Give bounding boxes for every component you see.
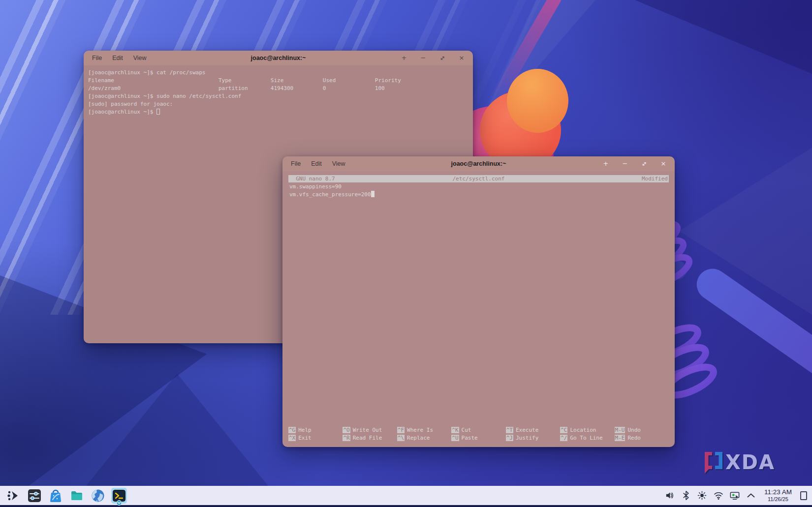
web-browser-button[interactable] xyxy=(90,488,106,504)
shortcut-label: Cut xyxy=(462,427,471,433)
buffer-line: vm.swappiness=90 xyxy=(289,183,668,191)
taskbar-panel: 11:23 AM 11/26/25 xyxy=(0,486,812,507)
minimize-button[interactable]: − xyxy=(420,55,427,61)
shortcut-key: ^G xyxy=(288,427,296,433)
app-launcher-icon xyxy=(7,489,20,502)
nano-title-bar: GNU nano 8.7 /etc/sysctl.conf Modified xyxy=(288,175,669,182)
shortcut-label: Justify xyxy=(516,435,538,441)
terminal-window-nano: joaoc@archlinux:~ File Edit View + − ↔ ×… xyxy=(282,156,675,447)
file-manager-button[interactable] xyxy=(69,488,85,504)
menu-edit[interactable]: Edit xyxy=(112,55,123,61)
nano-version: GNU nano 8.7 xyxy=(289,175,415,182)
shortcut-key: M-U xyxy=(615,427,625,433)
clock-date: 11/26/25 xyxy=(764,496,792,503)
clock-time: 11:23 AM xyxy=(764,488,792,496)
xda-right-bracket-icon xyxy=(715,452,722,469)
shortcut-label: Help xyxy=(298,427,312,433)
application-launcher-button[interactable] xyxy=(5,488,21,504)
nano-cursor xyxy=(371,191,375,197)
new-tab-button[interactable]: + xyxy=(602,160,609,167)
maximize-button[interactable]: ↔ xyxy=(438,54,446,62)
shortcut-label: Execute xyxy=(516,427,538,433)
wallpaper-orange-disc xyxy=(507,69,568,133)
shortcut-label: Exit xyxy=(298,435,312,441)
shortcut-key: ^K xyxy=(451,427,459,433)
shortcut-key: ^/ xyxy=(560,435,567,441)
wifi-icon[interactable] xyxy=(714,491,723,501)
discover-store-button[interactable] xyxy=(48,488,63,504)
shortcut-label: Read File xyxy=(353,435,382,441)
desktop: joaoc@archlinux:~ File Edit View + − ↔ ×… xyxy=(0,0,812,507)
discover-bag-icon xyxy=(49,489,62,503)
shortcut-key: ^\ xyxy=(397,435,405,441)
volume-icon[interactable] xyxy=(665,491,675,501)
active-task-badge xyxy=(117,500,122,506)
shortcut-key: ^F xyxy=(397,427,405,433)
terminal1-prompt-line: [joaoc@archlinux ~]$ xyxy=(88,108,468,116)
shortcut-label: Undo xyxy=(627,427,641,433)
shortcut-key: ^T xyxy=(506,427,513,433)
minimize-button[interactable]: − xyxy=(622,160,628,167)
shortcut-key: ^R xyxy=(343,435,350,441)
wallpaper-beam xyxy=(690,263,812,418)
expand-tray-chevron-icon[interactable] xyxy=(746,491,756,501)
nano-shortcut-bar: ^GHelp ^XExit ^OWrite Out ^RRead File ^F… xyxy=(288,426,669,442)
shortcut-label: Write Out xyxy=(353,427,382,433)
digital-clock[interactable]: 11:23 AM 11/26/25 xyxy=(762,488,794,502)
shortcut-key: ^J xyxy=(506,435,513,441)
maximize-button[interactable]: ↔ xyxy=(640,159,648,168)
shortcut-label: Paste xyxy=(462,435,478,441)
window1-titlebar[interactable]: joaoc@archlinux:~ File Edit View + − ↔ × xyxy=(84,51,473,65)
settings-sliders-icon xyxy=(28,489,41,503)
shortcut-key: ^X xyxy=(288,435,296,441)
shortcut-label: Location xyxy=(570,427,596,433)
window2-titlebar[interactable]: joaoc@archlinux:~ File Edit View + − ↔ × xyxy=(282,156,675,171)
xda-watermark: XDA XDA xyxy=(702,448,785,476)
shortcut-key: ^C xyxy=(560,427,567,433)
folder-icon xyxy=(70,489,84,503)
menu-edit[interactable]: Edit xyxy=(311,160,322,167)
shortcut-label: Replace xyxy=(407,435,430,441)
shortcut-label: Where Is xyxy=(407,427,433,433)
close-button[interactable]: × xyxy=(458,55,465,61)
menu-view[interactable]: View xyxy=(133,55,147,61)
xda-text: XDA xyxy=(725,451,775,474)
terminal1-cursor xyxy=(156,109,160,115)
shortcut-key: ^O xyxy=(343,427,350,433)
menu-view[interactable]: View xyxy=(332,160,345,167)
terminal1-scrollback: [joaoc@archlinux ~]$ cat /proc/swaps Fil… xyxy=(88,69,468,108)
wallpaper-pink-sliver xyxy=(491,0,563,103)
screen-share-icon[interactable] xyxy=(730,491,740,501)
system-settings-button[interactable] xyxy=(27,488,42,504)
nano-buffer[interactable]: vm.swappiness=90 vm.vfs_cache_pressure=2… xyxy=(282,182,675,198)
nano-editor[interactable]: GNU nano 8.7 /etc/sysctl.conf Modified v… xyxy=(282,171,675,447)
nano-modified-status: Modified xyxy=(542,175,668,182)
brightness-icon[interactable] xyxy=(697,491,707,501)
shortcut-key: M-E xyxy=(615,435,625,441)
shortcut-label: Go To Line xyxy=(570,435,602,441)
menu-file[interactable]: File xyxy=(291,160,301,167)
close-button[interactable]: × xyxy=(660,160,667,167)
konsole-task-button[interactable] xyxy=(111,488,127,504)
shortcut-label: Redo xyxy=(627,435,641,441)
terminal1-prompt: [joaoc@archlinux ~]$ xyxy=(88,109,156,115)
globe-icon xyxy=(91,489,105,503)
bluetooth-icon[interactable] xyxy=(681,491,691,501)
new-tab-button[interactable]: + xyxy=(401,55,407,61)
buffer-line: vm.vfs_cache_pressure=200 xyxy=(289,191,668,199)
nano-filename: /etc/sysctl.conf xyxy=(415,175,541,182)
show-desktop-button[interactable] xyxy=(800,491,807,500)
menu-file[interactable]: File xyxy=(92,55,102,61)
shortcut-key: ^U xyxy=(451,435,459,441)
